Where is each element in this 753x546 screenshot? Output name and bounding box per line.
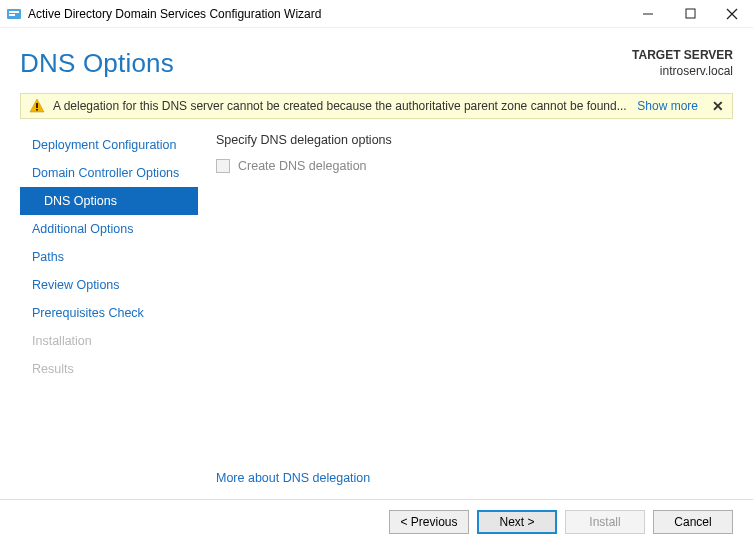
close-icon (726, 8, 738, 20)
titlebar: Active Directory Domain Services Configu… (0, 0, 753, 28)
sidebar-item-label: Results (32, 362, 74, 376)
next-button[interactable]: Next > (477, 510, 557, 534)
sidebar-item-prerequisites-check[interactable]: Prerequisites Check (20, 299, 198, 327)
sidebar-item-results: Results (20, 355, 198, 383)
svg-rect-2 (9, 14, 15, 16)
sidebar-item-label: Paths (32, 250, 64, 264)
target-server-value: introserv.local (632, 64, 733, 80)
svg-rect-9 (36, 109, 38, 111)
header: DNS Options TARGET SERVER introserv.loca… (0, 28, 753, 93)
previous-button[interactable]: < Previous (389, 510, 469, 534)
sidebar-item-paths[interactable]: Paths (20, 243, 198, 271)
warning-bar: A delegation for this DNS server cannot … (20, 93, 733, 119)
sidebar-item-deployment-configuration[interactable]: Deployment Configuration (20, 131, 198, 159)
sidebar-item-dns-options[interactable]: DNS Options (20, 187, 198, 215)
create-dns-delegation-checkbox[interactable] (216, 159, 230, 173)
target-server: TARGET SERVER introserv.local (632, 48, 733, 79)
sidebar-item-domain-controller-options[interactable]: Domain Controller Options (20, 159, 198, 187)
specify-label: Specify DNS delegation options (216, 133, 733, 147)
close-button[interactable] (711, 0, 753, 28)
sidebar-item-label: Prerequisites Check (32, 306, 144, 320)
warning-text: A delegation for this DNS server cannot … (53, 99, 629, 113)
window-controls (627, 0, 753, 28)
page-title: DNS Options (20, 48, 174, 79)
sidebar: Deployment Configuration Domain Controll… (20, 125, 198, 499)
sidebar-item-label: Review Options (32, 278, 120, 292)
main: Deployment Configuration Domain Controll… (0, 125, 753, 499)
app-icon (6, 6, 22, 22)
show-more-link[interactable]: Show more (637, 99, 698, 113)
create-dns-delegation-row: Create DNS delegation (216, 159, 733, 173)
target-server-label: TARGET SERVER (632, 48, 733, 64)
sidebar-item-label: Additional Options (32, 222, 133, 236)
content-panel: Specify DNS delegation options Create DN… (198, 125, 733, 499)
sidebar-item-label: DNS Options (44, 194, 117, 208)
maximize-icon (685, 8, 696, 19)
window-title: Active Directory Domain Services Configu… (28, 7, 321, 21)
footer: < Previous Next > Install Cancel (0, 499, 753, 546)
minimize-button[interactable] (627, 0, 669, 28)
install-button: Install (565, 510, 645, 534)
svg-rect-4 (686, 9, 695, 18)
more-about-link[interactable]: More about DNS delegation (216, 471, 733, 485)
sidebar-item-review-options[interactable]: Review Options (20, 271, 198, 299)
svg-rect-8 (36, 103, 38, 108)
maximize-button[interactable] (669, 0, 711, 28)
warning-icon (29, 98, 45, 114)
cancel-button[interactable]: Cancel (653, 510, 733, 534)
warning-close-button[interactable]: ✕ (712, 98, 724, 114)
sidebar-item-label: Deployment Configuration (32, 138, 177, 152)
sidebar-item-label: Installation (32, 334, 92, 348)
minimize-icon (642, 8, 654, 20)
sidebar-item-label: Domain Controller Options (32, 166, 179, 180)
sidebar-item-additional-options[interactable]: Additional Options (20, 215, 198, 243)
sidebar-item-installation: Installation (20, 327, 198, 355)
svg-rect-1 (9, 11, 19, 13)
create-dns-delegation-label: Create DNS delegation (238, 159, 367, 173)
